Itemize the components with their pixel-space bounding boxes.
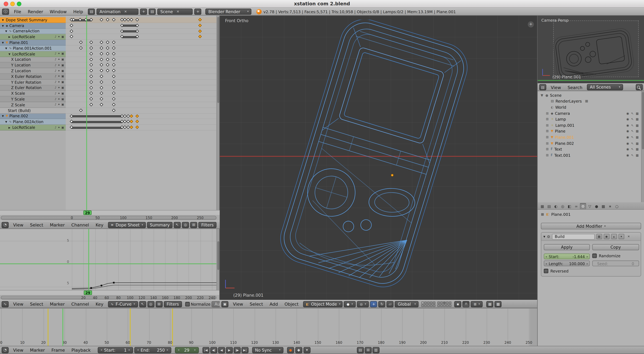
keyframe-diamond[interactable] — [89, 46, 93, 50]
keyframe-diamond[interactable] — [70, 23, 73, 27]
scene-field[interactable]: Scene ✕ — [158, 8, 193, 15]
keyframe-diamond[interactable] — [112, 109, 115, 112]
menu-key[interactable]: Key — [92, 300, 107, 308]
render-layers-tab[interactable]: ▤ — [546, 203, 552, 209]
keyframe-diamond[interactable] — [112, 63, 115, 67]
expander-closed-icon[interactable]: ⊞ — [546, 129, 549, 133]
expander-open-icon[interactable]: ▼ — [1, 41, 4, 44]
pin-icon[interactable]: ✦ — [58, 103, 60, 107]
channel-camera[interactable]: ▼◆Camera — [0, 23, 66, 28]
snap-icon[interactable]: ◎ — [147, 301, 154, 307]
pin-icon[interactable]: ✦ — [58, 98, 60, 101]
keyframe-diamond[interactable] — [112, 46, 115, 50]
keyframe-diamond[interactable] — [89, 69, 93, 72]
pin-icon[interactable]: ✦ — [58, 58, 60, 61]
speaker-icon[interactable]: ♪ — [55, 126, 56, 129]
speaker-icon[interactable]: ♪ — [55, 63, 56, 67]
keying-set-icon[interactable]: ◆ — [295, 347, 302, 353]
speaker-icon[interactable]: ♪ — [55, 103, 56, 107]
keyframe-diamond[interactable] — [112, 80, 115, 84]
apply-button[interactable]: Apply — [544, 244, 590, 250]
normalize-checkbox[interactable] — [185, 302, 190, 306]
channel-x-euler-rotation[interactable]: X Euler Rotation♪✦▣ — [0, 74, 66, 79]
speaker-icon[interactable]: ♪ — [55, 80, 56, 84]
layer-cell[interactable] — [438, 301, 440, 304]
expander-open-icon[interactable]: ▼ — [1, 115, 4, 118]
keyframe-diamond[interactable] — [89, 103, 93, 106]
speaker-icon[interactable]: ♪ — [55, 69, 56, 72]
eye-icon[interactable]: ◉ — [626, 118, 629, 121]
add-modifier-button[interactable]: Add Modifier ▾ — [541, 223, 641, 229]
eye-icon[interactable]: ◉ — [626, 129, 629, 133]
scrollbar-thumb[interactable] — [217, 241, 219, 270]
scrollbar-thumb[interactable] — [217, 17, 219, 103]
dope-sheet-mode-select[interactable]: ≡ Dope Sheet ▾ — [108, 222, 146, 228]
lock-icon[interactable]: ▣ — [61, 69, 64, 72]
keyframe-diamond-selected[interactable] — [135, 126, 139, 129]
arrow-right-icon[interactable]: ▸ — [194, 348, 196, 352]
keyframe-diamond-selected[interactable] — [135, 120, 139, 123]
lock-icon[interactable]: ▣ — [61, 92, 64, 95]
eye-icon[interactable]: ◉ — [626, 153, 629, 157]
select-arrow-icon[interactable]: ↖ — [631, 153, 634, 157]
keyframe-diamond[interactable] — [112, 52, 115, 55]
frame-start-field[interactable]: ◂ Start: 1 ▸ — [98, 347, 133, 353]
keyframe-diamond[interactable] — [112, 58, 115, 61]
filters-button[interactable]: Filters — [198, 222, 216, 228]
add-scene-button[interactable]: + — [194, 8, 201, 15]
keyframe-diamond[interactable] — [112, 103, 115, 106]
keyframe-diamond[interactable] — [130, 18, 133, 21]
menu-view[interactable]: View — [10, 346, 27, 354]
keyframe-diamond[interactable] — [70, 29, 73, 33]
keyframe-diamond-selected[interactable] — [198, 23, 202, 27]
close-icon[interactable]: ✕ — [176, 9, 180, 13]
outliner-row-world[interactable]: ◐World — [538, 104, 641, 110]
dope-sheet-ruler[interactable]: 29 — [0, 210, 220, 215]
timeline[interactable]: 0102030405060708090100110120130140150160… — [0, 308, 537, 346]
close-icon[interactable]: ✕ — [626, 234, 632, 239]
keyframe-diamond[interactable] — [100, 40, 103, 44]
channel-z-location[interactable]: Z Location♪✦▣ — [0, 68, 66, 74]
layer-cell[interactable] — [440, 301, 443, 304]
material-tab[interactable]: ● — [594, 203, 600, 209]
keyframe-diamond-selected[interactable] — [198, 35, 202, 38]
eye-toggle-icon[interactable]: ◉ — [604, 234, 610, 239]
outliner-row-text-001[interactable]: ⊞FText.001◉↖▦ — [538, 152, 641, 158]
magnet-icon[interactable]: ∪ — [462, 301, 470, 307]
outliner-editor-icon[interactable]: ▤ — [539, 84, 546, 90]
channel-plane-001[interactable]: ▼▼Plane.001 — [0, 40, 66, 45]
layer-cell[interactable] — [446, 301, 449, 304]
eye-icon[interactable]: ◉ — [626, 141, 629, 145]
search-icon[interactable] — [636, 84, 643, 90]
copy-button[interactable]: Copy — [592, 244, 639, 250]
eye-icon[interactable]: ◉ — [626, 123, 629, 127]
keyframe-diamond[interactable] — [89, 58, 93, 61]
lock-icon[interactable]: ▣ — [61, 86, 64, 90]
keyframe-diamond[interactable] — [100, 97, 103, 101]
arrow-left-icon[interactable]: ◂ — [546, 262, 547, 265]
seed-field[interactable]: Seed: 0 — [592, 261, 639, 266]
channel-cameraaction[interactable]: ▼∿CameraAction — [0, 28, 66, 34]
eye-icon[interactable]: ◉ — [626, 147, 629, 151]
expander-closed-icon[interactable]: ⊞ — [546, 147, 549, 151]
menu-marker[interactable]: Marker — [46, 221, 68, 228]
dope-sheet-key-area[interactable] — [66, 15, 216, 210]
arrow-left-icon[interactable]: ◂ — [137, 348, 138, 352]
keyframe-diamond[interactable] — [100, 58, 103, 61]
render-opengl-anim-icon[interactable]: ▩ — [495, 301, 502, 307]
camera-view[interactable]: Camera Persp (29) Plane.001 — [538, 15, 644, 83]
jump-to-end-button[interactable]: ▶| — [241, 347, 248, 353]
keyframe-diamond[interactable] — [123, 18, 126, 21]
lock-icon[interactable]: ▣ — [61, 80, 64, 84]
reversed-checkbox[interactable] — [544, 269, 548, 273]
channel-plane-002[interactable]: ▼▼Plane.002 — [0, 114, 66, 119]
copy-icon[interactable]: ⊞ — [156, 301, 162, 307]
randomize-checkbox[interactable] — [592, 253, 597, 258]
channel-start-build[interactable]: Start (Build) — [0, 108, 66, 113]
channel-z-euler-rotation[interactable]: Z Euler Rotation♪✦▣ — [0, 85, 66, 91]
select-arrow-icon[interactable]: ↖ — [631, 111, 634, 115]
menu-view[interactable]: View — [230, 300, 246, 308]
editor-type-icon[interactable]: ⓘ — [2, 8, 9, 15]
channel-locrotscale[interactable]: ▶LocRotScale♪✦▣ — [0, 34, 66, 40]
expander-closed-icon[interactable]: ⊞ — [546, 111, 549, 115]
